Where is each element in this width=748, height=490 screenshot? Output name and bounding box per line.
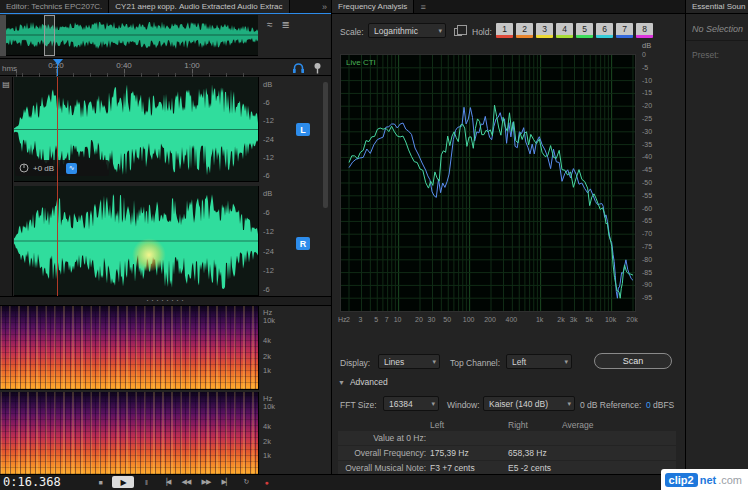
- hz-axis-label: 20k: [626, 316, 637, 323]
- hold-button-4[interactable]: 4: [556, 23, 573, 38]
- db-reference-value[interactable]: 0: [646, 400, 651, 410]
- pin-icon[interactable]: [313, 62, 322, 74]
- gain-drag-icon[interactable]: ∿: [66, 163, 77, 174]
- stop-button[interactable]: ■: [92, 476, 108, 488]
- skip-forward-button[interactable]: ▶▏: [218, 476, 234, 488]
- top-channel-label: Top Channel:: [450, 358, 500, 368]
- chevron-down-icon: ▼: [338, 379, 345, 386]
- fft-size-select[interactable]: 16384▾: [383, 396, 439, 411]
- chevron-down-icon: ▾: [564, 358, 568, 366]
- hz-axis-label: 3k: [570, 316, 577, 323]
- waveform-overview[interactable]: [0, 15, 258, 56]
- frequency-analysis-tabbar: Frequency Analysis ≡: [332, 0, 686, 14]
- hold-button-3[interactable]: 3: [536, 23, 553, 38]
- db-axis-unit: dB: [642, 41, 651, 50]
- overview-scroll-handle[interactable]: [0, 15, 6, 56]
- waveform-right-graphic: [14, 187, 258, 295]
- watermark-blue: clip2: [665, 473, 698, 487]
- hold-button-7[interactable]: 7: [616, 23, 633, 38]
- db-ruler-label: -6: [263, 98, 270, 107]
- rewind-button[interactable]: ◀◀: [178, 476, 194, 488]
- tab-audio-file[interactable]: CY21 анер корр. Audio Extracted Audio Ex…: [109, 0, 289, 13]
- chevron-down-icon: ▾: [438, 27, 442, 35]
- window-select[interactable]: Kaiser (140 dB)▾: [483, 396, 575, 411]
- display-label: Display:: [340, 358, 370, 368]
- timeline-ruler[interactable]: hms 0:200:401:00: [0, 58, 332, 76]
- waveform-right-channel[interactable]: [14, 186, 258, 296]
- tab-editor[interactable]: Editor: Technics EPC207C.: [0, 0, 109, 13]
- spectrogram-right-channel[interactable]: [0, 392, 258, 474]
- headphones-icon[interactable]: [292, 62, 305, 74]
- db-ruler-label: -12: [263, 266, 274, 275]
- analysis-table: LeftRightAverageValue at 0 Hz:Overall Fr…: [338, 418, 676, 476]
- display-select[interactable]: Lines▾: [378, 354, 440, 369]
- db-axis-label: -85: [642, 269, 652, 276]
- db-ruler-label: -6: [263, 208, 270, 217]
- db-ruler-left[interactable]: dB-6-12-24-12-6: [258, 77, 290, 182]
- hz-axis-label: 2: [346, 316, 350, 323]
- tab-overflow-chevron[interactable]: »: [317, 0, 332, 13]
- advanced-toggle[interactable]: ▼ Advanced: [338, 377, 388, 387]
- top-channel-select[interactable]: Left▾: [506, 354, 572, 369]
- overview-icon-strip: ≈ ≣: [258, 15, 332, 56]
- panel-divider[interactable]: [331, 0, 332, 474]
- pause-button[interactable]: ‖: [138, 476, 154, 488]
- table-row: Value at 0 Hz:: [338, 431, 676, 445]
- table-column-average: Average: [562, 420, 594, 430]
- scan-button[interactable]: Scan: [594, 353, 672, 369]
- track-controls-icon[interactable]: ▤: [2, 80, 10, 89]
- scrub-icon[interactable]: ≈: [267, 19, 273, 30]
- table-column-left: Left: [430, 420, 444, 430]
- tab-essential-sound[interactable]: Essential Soun: [686, 0, 748, 13]
- top-channel-value: Left: [512, 357, 526, 367]
- play-button[interactable]: ▶: [112, 476, 134, 488]
- db-axis: dB0-5-10-15-20-25-30-35-40-45-50-55-60-6…: [640, 54, 668, 320]
- record-button[interactable]: ●: [258, 476, 274, 488]
- hz-axis-label: 30: [428, 316, 436, 323]
- playhead-marker[interactable]: [53, 59, 63, 65]
- panel-divider[interactable]: [685, 0, 686, 474]
- channel-badge-right[interactable]: R: [296, 237, 310, 250]
- timeline-tick-label: 0:40: [116, 61, 132, 70]
- channel-badge-left[interactable]: L: [296, 123, 310, 136]
- frequency-graph[interactable]: Live CTI: [340, 54, 636, 312]
- panel-menu-icon[interactable]: ≡: [420, 2, 425, 12]
- time-display[interactable]: 0:16.368: [3, 475, 61, 489]
- db-axis-label: -40: [642, 153, 652, 160]
- hz-axis-label: 200: [484, 316, 496, 323]
- scale-select[interactable]: Logarithmic▾: [368, 23, 446, 38]
- db-ruler-label: -24: [263, 135, 274, 144]
- clip-gain-overlay[interactable]: +0 dB ∿: [15, 160, 109, 176]
- preset-label: Preset:: [692, 50, 719, 60]
- hold-button-1[interactable]: 1: [496, 23, 513, 38]
- vertical-scrollbar[interactable]: [323, 82, 328, 208]
- hold-button-5[interactable]: 5: [576, 23, 593, 38]
- channels-overlay-icon[interactable]: [454, 28, 462, 36]
- hold-button-2[interactable]: 2: [516, 23, 533, 38]
- track-divider-handle[interactable]: ········: [0, 296, 332, 306]
- hz-ruler-label: 1k: [263, 451, 271, 460]
- spectrogram-left-channel[interactable]: [0, 306, 258, 390]
- display-value: Lines: [384, 357, 404, 367]
- db-ruler-right[interactable]: dB-6-12-24-12-6: [258, 186, 290, 296]
- db-axis-label: -10: [642, 77, 652, 84]
- gain-knob-icon[interactable]: [19, 163, 29, 173]
- hold-button-6[interactable]: 6: [596, 23, 613, 38]
- clip-gain-value[interactable]: +0 dB: [33, 164, 54, 173]
- hz-ruler-right[interactable]: Hz10k4k2k1k: [258, 392, 290, 474]
- tab-frequency-analysis[interactable]: Frequency Analysis: [332, 0, 414, 13]
- skip-back-button[interactable]: ▕◀: [158, 476, 174, 488]
- panel-options-icon[interactable]: ≣: [282, 19, 290, 30]
- db-axis-label: -95: [642, 294, 652, 301]
- chevron-down-icon: ▾: [567, 400, 571, 408]
- hold-button-8[interactable]: 8: [636, 23, 653, 38]
- hz-ruler-left[interactable]: Hz10k4k2k1k: [258, 306, 290, 390]
- hold-buttons: 12345678: [496, 23, 653, 38]
- db-ruler-label: dB: [263, 80, 272, 89]
- editor-tool-strip[interactable]: ▤: [0, 77, 13, 296]
- chevron-down-icon: ▾: [431, 400, 435, 408]
- hold-label: Hold:: [472, 27, 492, 37]
- loop-button[interactable]: ↻: [238, 476, 254, 488]
- fast-forward-button[interactable]: ▶▶: [198, 476, 214, 488]
- overview-range-handle[interactable]: [44, 15, 55, 56]
